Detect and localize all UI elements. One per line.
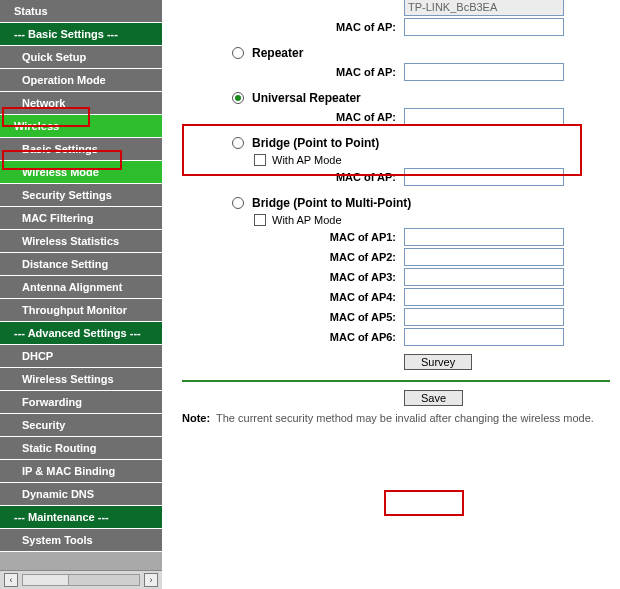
universal-repeater-title: Universal Repeater (252, 91, 361, 105)
nav-throughput-monitor[interactable]: Throughput Monitor (0, 299, 162, 322)
radio-universal-repeater[interactable] (232, 92, 244, 104)
scroll-right-icon[interactable]: › (144, 573, 158, 587)
nav-ip-mac-binding[interactable]: IP & MAC Binding (0, 460, 162, 483)
mac-ap6-label: MAC of AP6: (254, 331, 404, 343)
radio-bridge-pp[interactable] (232, 137, 244, 149)
nav-header-basic: --- Basic Settings --- (0, 23, 162, 46)
mac-ap5-label: MAC of AP5: (254, 311, 404, 323)
mac-ap3-label: MAC of AP3: (254, 271, 404, 283)
nav-security[interactable]: Security (0, 414, 162, 437)
mac-ap2-label: MAC of AP2: (254, 251, 404, 263)
nav-forwarding[interactable]: Forwarding (0, 391, 162, 414)
repeater-mac-label: MAC of AP: (254, 66, 404, 78)
ssid-of-ap-input[interactable] (404, 0, 564, 16)
mac-ap5-input[interactable] (404, 308, 564, 326)
highlight-survey (384, 490, 464, 516)
nav-dynamic-dns[interactable]: Dynamic DNS (0, 483, 162, 506)
bridge-pp-title: Bridge (Point to Point) (252, 136, 379, 150)
radio-repeater[interactable] (232, 47, 244, 59)
note-text: Note: The current security method may be… (182, 412, 610, 424)
nav-antenna-alignment[interactable]: Antenna Alignment (0, 276, 162, 299)
checkbox-bridge-pp-withap[interactable] (254, 154, 266, 166)
nav-wireless-mode[interactable]: Wireless Mode (0, 161, 162, 184)
repeater-title: Repeater (252, 46, 303, 60)
nav-wireless[interactable]: Wireless (0, 115, 162, 138)
divider (182, 380, 610, 382)
mac-ap4-input[interactable] (404, 288, 564, 306)
mac-ap1-label: MAC of AP1: (254, 231, 404, 243)
mac-of-ap-input-top[interactable] (404, 18, 564, 36)
universal-mac-label: MAC of AP: (254, 111, 404, 123)
survey-button[interactable]: Survey (404, 354, 472, 370)
bridge-pp-withap-label: With AP Mode (272, 154, 342, 166)
repeater-mac-input[interactable] (404, 63, 564, 81)
mac-ap4-label: MAC of AP4: (254, 291, 404, 303)
scroll-left-icon[interactable]: ‹ (4, 573, 18, 587)
nav-operation-mode[interactable]: Operation Mode (0, 69, 162, 92)
nav-mac-filtering[interactable]: MAC Filtering (0, 207, 162, 230)
scroll-track[interactable] (22, 574, 140, 586)
mac-ap3-input[interactable] (404, 268, 564, 286)
bridge-pm-withap-label: With AP Mode (272, 214, 342, 226)
main-panel: x MAC of AP: Repeater MAC of AP: Univers… (162, 0, 620, 589)
nav-distance-setting[interactable]: Distance Setting (0, 253, 162, 276)
nav-wireless-settings[interactable]: Wireless Settings (0, 368, 162, 391)
nav-static-routing[interactable]: Static Routing (0, 437, 162, 460)
nav-status[interactable]: Status (0, 0, 162, 23)
checkbox-bridge-pm-withap[interactable] (254, 214, 266, 226)
universal-mac-input[interactable] (404, 108, 564, 126)
nav-security-settings[interactable]: Security Settings (0, 184, 162, 207)
radio-bridge-pm[interactable] (232, 197, 244, 209)
nav-network[interactable]: Network (0, 92, 162, 115)
mac-ap6-input[interactable] (404, 328, 564, 346)
nav-system-tools[interactable]: System Tools (0, 529, 162, 552)
sidebar: Status --- Basic Settings --- Quick Setu… (0, 0, 162, 589)
sidebar-scrollbar[interactable]: ‹ › (0, 570, 162, 589)
save-button[interactable]: Save (404, 390, 463, 406)
nav-dhcp[interactable]: DHCP (0, 345, 162, 368)
bridge-pm-title: Bridge (Point to Multi-Point) (252, 196, 411, 210)
bridge-pp-mac-label: MAC of AP: (254, 171, 404, 183)
nav-basic-settings[interactable]: Basic Settings (0, 138, 162, 161)
nav-wireless-statistics[interactable]: Wireless Statistics (0, 230, 162, 253)
nav-header-maintenance: --- Maintenance --- (0, 506, 162, 529)
mac-of-ap-label-top: MAC of AP: (254, 21, 404, 33)
bridge-pp-mac-input[interactable] (404, 168, 564, 186)
nav-quick-setup[interactable]: Quick Setup (0, 46, 162, 69)
mac-ap2-input[interactable] (404, 248, 564, 266)
mac-ap1-input[interactable] (404, 228, 564, 246)
nav-header-advanced: --- Advanced Settings --- (0, 322, 162, 345)
